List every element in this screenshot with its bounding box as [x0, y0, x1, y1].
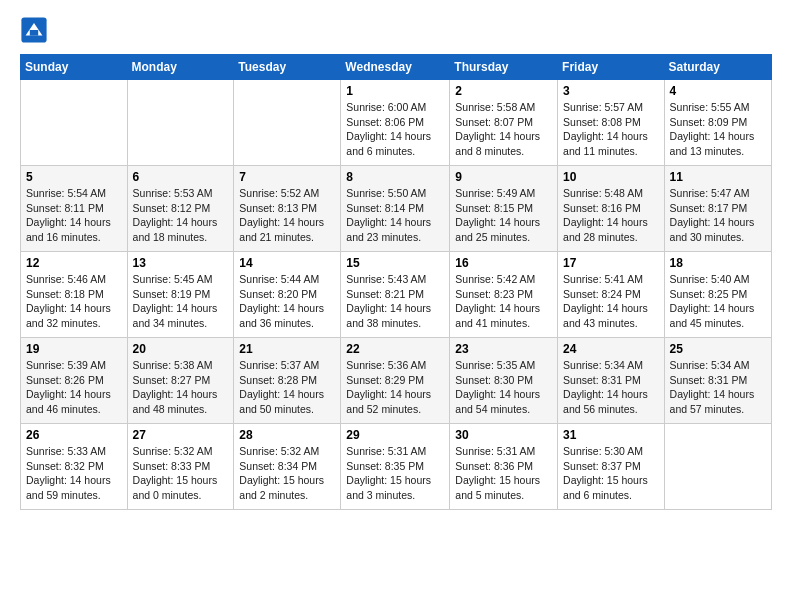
day-info: Sunrise: 5:50 AM Sunset: 8:14 PM Dayligh…	[346, 186, 444, 245]
svg-rect-2	[30, 30, 38, 36]
day-info: Sunrise: 5:32 AM Sunset: 8:34 PM Dayligh…	[239, 444, 335, 503]
calendar-cell: 26Sunrise: 5:33 AM Sunset: 8:32 PM Dayli…	[21, 424, 128, 510]
calendar-week-row: 12Sunrise: 5:46 AM Sunset: 8:18 PM Dayli…	[21, 252, 772, 338]
day-number: 12	[26, 256, 122, 270]
day-info: Sunrise: 5:31 AM Sunset: 8:36 PM Dayligh…	[455, 444, 552, 503]
day-number: 31	[563, 428, 659, 442]
calendar-header: SundayMondayTuesdayWednesdayThursdayFrid…	[21, 55, 772, 80]
calendar-cell: 27Sunrise: 5:32 AM Sunset: 8:33 PM Dayli…	[127, 424, 234, 510]
weekday-header-thursday: Thursday	[450, 55, 558, 80]
logo-icon	[20, 16, 48, 44]
day-info: Sunrise: 5:34 AM Sunset: 8:31 PM Dayligh…	[670, 358, 766, 417]
day-info: Sunrise: 5:40 AM Sunset: 8:25 PM Dayligh…	[670, 272, 766, 331]
day-info: Sunrise: 5:42 AM Sunset: 8:23 PM Dayligh…	[455, 272, 552, 331]
calendar-table: SundayMondayTuesdayWednesdayThursdayFrid…	[20, 54, 772, 510]
day-info: Sunrise: 5:43 AM Sunset: 8:21 PM Dayligh…	[346, 272, 444, 331]
day-info: Sunrise: 5:46 AM Sunset: 8:18 PM Dayligh…	[26, 272, 122, 331]
calendar-cell: 25Sunrise: 5:34 AM Sunset: 8:31 PM Dayli…	[664, 338, 771, 424]
day-number: 30	[455, 428, 552, 442]
calendar-cell: 22Sunrise: 5:36 AM Sunset: 8:29 PM Dayli…	[341, 338, 450, 424]
day-number: 8	[346, 170, 444, 184]
day-info: Sunrise: 5:34 AM Sunset: 8:31 PM Dayligh…	[563, 358, 659, 417]
day-number: 20	[133, 342, 229, 356]
calendar-cell: 5Sunrise: 5:54 AM Sunset: 8:11 PM Daylig…	[21, 166, 128, 252]
day-info: Sunrise: 5:48 AM Sunset: 8:16 PM Dayligh…	[563, 186, 659, 245]
calendar-cell: 23Sunrise: 5:35 AM Sunset: 8:30 PM Dayli…	[450, 338, 558, 424]
day-number: 2	[455, 84, 552, 98]
calendar-cell: 11Sunrise: 5:47 AM Sunset: 8:17 PM Dayli…	[664, 166, 771, 252]
day-number: 29	[346, 428, 444, 442]
day-number: 25	[670, 342, 766, 356]
day-number: 18	[670, 256, 766, 270]
calendar-cell: 2Sunrise: 5:58 AM Sunset: 8:07 PM Daylig…	[450, 80, 558, 166]
calendar-cell: 31Sunrise: 5:30 AM Sunset: 8:37 PM Dayli…	[558, 424, 665, 510]
calendar-cell: 19Sunrise: 5:39 AM Sunset: 8:26 PM Dayli…	[21, 338, 128, 424]
calendar-cell: 20Sunrise: 5:38 AM Sunset: 8:27 PM Dayli…	[127, 338, 234, 424]
day-info: Sunrise: 5:30 AM Sunset: 8:37 PM Dayligh…	[563, 444, 659, 503]
day-info: Sunrise: 5:31 AM Sunset: 8:35 PM Dayligh…	[346, 444, 444, 503]
day-number: 19	[26, 342, 122, 356]
day-number: 21	[239, 342, 335, 356]
day-info: Sunrise: 5:39 AM Sunset: 8:26 PM Dayligh…	[26, 358, 122, 417]
day-info: Sunrise: 5:32 AM Sunset: 8:33 PM Dayligh…	[133, 444, 229, 503]
calendar-cell: 7Sunrise: 5:52 AM Sunset: 8:13 PM Daylig…	[234, 166, 341, 252]
calendar-cell: 16Sunrise: 5:42 AM Sunset: 8:23 PM Dayli…	[450, 252, 558, 338]
calendar-cell: 17Sunrise: 5:41 AM Sunset: 8:24 PM Dayli…	[558, 252, 665, 338]
day-info: Sunrise: 5:58 AM Sunset: 8:07 PM Dayligh…	[455, 100, 552, 159]
calendar-week-row: 1Sunrise: 6:00 AM Sunset: 8:06 PM Daylig…	[21, 80, 772, 166]
day-info: Sunrise: 5:54 AM Sunset: 8:11 PM Dayligh…	[26, 186, 122, 245]
weekday-header-monday: Monday	[127, 55, 234, 80]
day-number: 16	[455, 256, 552, 270]
day-number: 27	[133, 428, 229, 442]
day-number: 15	[346, 256, 444, 270]
day-info: Sunrise: 5:41 AM Sunset: 8:24 PM Dayligh…	[563, 272, 659, 331]
day-info: Sunrise: 5:49 AM Sunset: 8:15 PM Dayligh…	[455, 186, 552, 245]
weekday-header-row: SundayMondayTuesdayWednesdayThursdayFrid…	[21, 55, 772, 80]
day-number: 4	[670, 84, 766, 98]
day-number: 5	[26, 170, 122, 184]
day-info: Sunrise: 5:37 AM Sunset: 8:28 PM Dayligh…	[239, 358, 335, 417]
day-info: Sunrise: 5:53 AM Sunset: 8:12 PM Dayligh…	[133, 186, 229, 245]
calendar-cell	[127, 80, 234, 166]
calendar-cell	[234, 80, 341, 166]
calendar-cell: 29Sunrise: 5:31 AM Sunset: 8:35 PM Dayli…	[341, 424, 450, 510]
calendar-cell: 12Sunrise: 5:46 AM Sunset: 8:18 PM Dayli…	[21, 252, 128, 338]
day-number: 10	[563, 170, 659, 184]
calendar-cell: 28Sunrise: 5:32 AM Sunset: 8:34 PM Dayli…	[234, 424, 341, 510]
day-number: 11	[670, 170, 766, 184]
calendar-cell: 4Sunrise: 5:55 AM Sunset: 8:09 PM Daylig…	[664, 80, 771, 166]
day-number: 22	[346, 342, 444, 356]
day-number: 3	[563, 84, 659, 98]
page-header	[20, 16, 772, 44]
calendar-cell: 3Sunrise: 5:57 AM Sunset: 8:08 PM Daylig…	[558, 80, 665, 166]
calendar-cell: 10Sunrise: 5:48 AM Sunset: 8:16 PM Dayli…	[558, 166, 665, 252]
calendar-cell: 18Sunrise: 5:40 AM Sunset: 8:25 PM Dayli…	[664, 252, 771, 338]
day-info: Sunrise: 5:55 AM Sunset: 8:09 PM Dayligh…	[670, 100, 766, 159]
day-number: 23	[455, 342, 552, 356]
day-number: 13	[133, 256, 229, 270]
day-info: Sunrise: 5:47 AM Sunset: 8:17 PM Dayligh…	[670, 186, 766, 245]
day-info: Sunrise: 5:57 AM Sunset: 8:08 PM Dayligh…	[563, 100, 659, 159]
weekday-header-saturday: Saturday	[664, 55, 771, 80]
day-number: 26	[26, 428, 122, 442]
day-number: 1	[346, 84, 444, 98]
day-number: 7	[239, 170, 335, 184]
day-number: 6	[133, 170, 229, 184]
calendar-week-row: 5Sunrise: 5:54 AM Sunset: 8:11 PM Daylig…	[21, 166, 772, 252]
weekday-header-tuesday: Tuesday	[234, 55, 341, 80]
day-info: Sunrise: 5:38 AM Sunset: 8:27 PM Dayligh…	[133, 358, 229, 417]
calendar-cell: 6Sunrise: 5:53 AM Sunset: 8:12 PM Daylig…	[127, 166, 234, 252]
day-number: 24	[563, 342, 659, 356]
day-info: Sunrise: 5:52 AM Sunset: 8:13 PM Dayligh…	[239, 186, 335, 245]
day-number: 17	[563, 256, 659, 270]
day-number: 9	[455, 170, 552, 184]
calendar-cell: 15Sunrise: 5:43 AM Sunset: 8:21 PM Dayli…	[341, 252, 450, 338]
weekday-header-wednesday: Wednesday	[341, 55, 450, 80]
calendar-cell	[21, 80, 128, 166]
calendar-cell: 9Sunrise: 5:49 AM Sunset: 8:15 PM Daylig…	[450, 166, 558, 252]
day-info: Sunrise: 6:00 AM Sunset: 8:06 PM Dayligh…	[346, 100, 444, 159]
weekday-header-friday: Friday	[558, 55, 665, 80]
day-number: 14	[239, 256, 335, 270]
day-info: Sunrise: 5:35 AM Sunset: 8:30 PM Dayligh…	[455, 358, 552, 417]
day-info: Sunrise: 5:45 AM Sunset: 8:19 PM Dayligh…	[133, 272, 229, 331]
